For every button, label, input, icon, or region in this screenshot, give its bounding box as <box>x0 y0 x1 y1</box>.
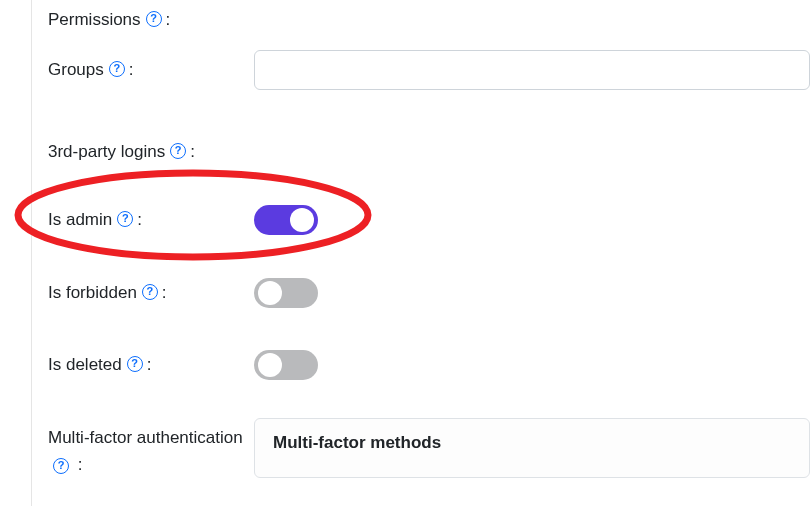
is-deleted-label-group: Is deleted ? : <box>48 353 254 377</box>
is-admin-label: Is admin <box>48 208 112 232</box>
help-icon[interactable]: ? <box>127 356 143 372</box>
toggle-knob <box>258 353 282 377</box>
mfa-panel: Multi-factor methods <box>254 418 810 478</box>
help-icon[interactable]: ? <box>146 11 162 27</box>
permissions-label: Permissions <box>48 8 141 32</box>
third-party-logins-label: 3rd-party logins <box>48 140 165 164</box>
groups-value <box>254 50 810 90</box>
label-colon: : <box>129 58 134 82</box>
third-party-logins-label-group: 3rd-party logins ? : <box>48 140 254 164</box>
help-icon[interactable]: ? <box>109 61 125 77</box>
help-icon[interactable]: ? <box>117 211 133 227</box>
label-colon: : <box>166 8 171 32</box>
toggle-knob <box>258 281 282 305</box>
is-forbidden-toggle[interactable] <box>254 278 318 308</box>
is-admin-toggle[interactable] <box>254 205 318 235</box>
help-icon[interactable]: ? <box>170 143 186 159</box>
help-icon[interactable]: ? <box>142 284 158 300</box>
is-deleted-toggle[interactable] <box>254 350 318 380</box>
is-deleted-label: Is deleted <box>48 353 122 377</box>
is-deleted-value <box>254 350 810 380</box>
row-permissions: Permissions ? : <box>48 8 810 32</box>
label-colon: : <box>137 208 142 232</box>
is-forbidden-label-group: Is forbidden ? : <box>48 281 254 305</box>
groups-label: Groups <box>48 58 104 82</box>
mfa-panel-title: Multi-factor methods <box>273 433 791 453</box>
row-mfa: Multi-factor authentication ? : Multi-fa… <box>48 418 810 478</box>
permissions-label-group: Permissions ? : <box>48 8 254 32</box>
vertical-divider <box>31 0 32 506</box>
is-admin-label-group: Is admin ? : <box>48 208 254 232</box>
mfa-value: Multi-factor methods <box>254 418 810 478</box>
is-forbidden-label: Is forbidden <box>48 281 137 305</box>
is-admin-value <box>254 205 810 235</box>
groups-label-group: Groups ? : <box>48 58 254 82</box>
mfa-label: Multi-factor authentication <box>48 428 243 447</box>
label-colon: : <box>162 281 167 305</box>
label-colon: : <box>78 455 83 474</box>
label-colon: : <box>147 353 152 377</box>
groups-input[interactable] <box>254 50 810 90</box>
label-colon: : <box>190 140 195 164</box>
mfa-label-group: Multi-factor authentication ? : <box>48 418 254 478</box>
row-is-admin: Is admin ? : <box>48 205 810 235</box>
help-icon[interactable]: ? <box>53 458 69 474</box>
row-third-party-logins: 3rd-party logins ? : <box>48 140 810 164</box>
row-groups: Groups ? : <box>48 50 810 90</box>
is-forbidden-value <box>254 278 810 308</box>
row-is-forbidden: Is forbidden ? : <box>48 278 810 308</box>
row-is-deleted: Is deleted ? : <box>48 350 810 380</box>
toggle-knob <box>290 208 314 232</box>
